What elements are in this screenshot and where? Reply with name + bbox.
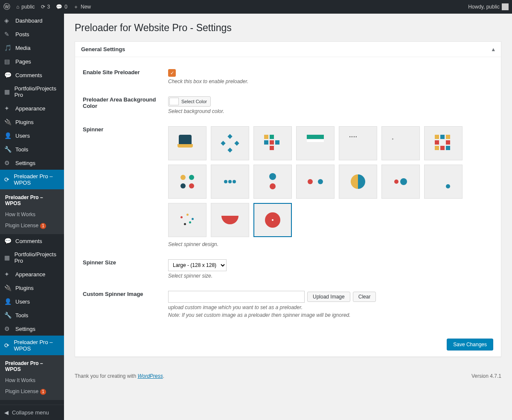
menu-settings-2[interactable]: ⚙Settings <box>0 322 64 336</box>
site-name[interactable]: ⌂ public <box>16 4 35 10</box>
custom-image-input[interactable] <box>168 291 305 303</box>
new-content[interactable]: ＋ New <box>73 3 91 11</box>
menu-portfolio-2[interactable]: ▦Portfolio/Projects Pro <box>0 248 64 267</box>
users-icon: 👤 <box>4 132 12 139</box>
settings-panel: General Settings ▴ Enable Site Preloader… <box>75 41 501 357</box>
menu-pages[interactable]: ▤Pages <box>0 55 64 68</box>
custom-desc2: Note: If you set custom image as a prelo… <box>168 312 493 318</box>
panel-toggle-icon[interactable]: ▴ <box>492 46 495 52</box>
submenu-how[interactable]: How It Works <box>0 209 64 220</box>
howdy[interactable]: Howdy, public <box>468 3 509 10</box>
custom-label: Custom Spinner Image <box>83 291 168 297</box>
comments-icon: 💬 <box>4 72 12 78</box>
spinner-option-17[interactable] <box>253 203 292 237</box>
menu-users[interactable]: 👤Users <box>0 129 64 142</box>
menu-comments[interactable]: 💬Comments <box>0 68 64 82</box>
submenu-license[interactable]: Plugin License1 <box>0 220 64 232</box>
spinner-option-8[interactable] <box>168 165 207 199</box>
settings-icon: ⚙ <box>4 159 12 166</box>
spinner-option-13[interactable] <box>381 165 420 199</box>
menu-portfolio[interactable]: ▦Portfolio/Projects Pro <box>0 82 64 101</box>
menu-appearance-2[interactable]: ✦Appearance <box>0 267 64 281</box>
panel-head[interactable]: General Settings ▴ <box>75 42 501 57</box>
spinner-option-10[interactable] <box>253 165 292 199</box>
spinner-grid: ▪▪▪▪ ▸ <box>168 126 467 237</box>
admin-sidebar: ◈Dashboard ✎Posts 🎵Media ▤Pages 💬Comment… <box>0 14 64 420</box>
menu-appearance[interactable]: ✦Appearance <box>0 101 64 115</box>
menu-preloader[interactable]: ⟳Preloader Pro – WPOS <box>0 170 64 189</box>
menu-media[interactable]: 🎵Media <box>0 41 64 55</box>
submenu-how-2[interactable]: How It Works <box>0 375 64 386</box>
spinner-size-select[interactable]: Large - (128 x 128) <box>168 259 227 271</box>
spinner-size-label: Spinner Size <box>83 259 168 266</box>
wordpress-link[interactable]: WordPress <box>137 373 163 379</box>
wp-logo[interactable]: ⓦ <box>3 3 10 12</box>
color-swatch <box>169 98 179 105</box>
collapse-menu[interactable]: ◀Collapse menu <box>0 405 64 420</box>
spinner-option-11[interactable] <box>296 165 335 199</box>
plugins-icon: 🔌 <box>4 119 12 125</box>
menu-preloader-2[interactable]: ⟳Preloader Pro – WPOS <box>0 336 64 355</box>
submenu-license-2[interactable]: Plugin License1 <box>0 386 64 397</box>
spinner-option-6[interactable]: ▸ <box>381 126 420 160</box>
submenu-main-2[interactable]: Preloader Pro – WPOS <box>0 358 64 375</box>
select-color-button[interactable]: Select Color <box>168 96 211 107</box>
spinner-option-15[interactable] <box>168 203 207 237</box>
menu-tools-2[interactable]: 🔧Tools <box>0 308 64 322</box>
submenu-main[interactable]: Preloader Pro – WPOS <box>0 192 64 209</box>
menu-settings[interactable]: ⚙Settings <box>0 156 64 170</box>
save-changes-button[interactable]: Save Changes <box>447 339 493 350</box>
row-spinner-size: Spinner Size Large - (128 x 128) Select … <box>83 253 493 285</box>
avatar-icon <box>502 3 509 10</box>
admin-bar: ⓦ ⌂ public ⟳ 3 💬 0 ＋ New Howdy, public <box>0 0 512 14</box>
refresh[interactable]: ⟳ 3 <box>41 4 50 10</box>
main-content: Preloader for Website Pro - Settings Gen… <box>64 14 512 420</box>
admin-footer: Thank you for creating with WordPress. V… <box>75 365 501 387</box>
portfolio-icon: ▦ <box>4 254 11 261</box>
media-icon: 🎵 <box>4 44 12 51</box>
menu-plugins-2[interactable]: 🔌Plugins <box>0 281 64 295</box>
license-badge: 1 <box>40 223 46 229</box>
enable-label: Enable Site Preloader <box>83 69 168 75</box>
panel-title: General Settings <box>81 46 125 52</box>
pin-icon: ✎ <box>4 31 12 38</box>
spinner-size-desc: Select spinner size. <box>168 273 493 279</box>
spinner-option-9[interactable] <box>211 165 249 199</box>
menu-plugins[interactable]: 🔌Plugins <box>0 115 64 129</box>
spinner-option-7[interactable] <box>424 126 463 160</box>
preloader-icon: ⟳ <box>4 342 10 349</box>
collapse-icon: ◀ <box>4 409 9 416</box>
custom-desc1: upload custom image which you want to se… <box>168 304 493 310</box>
enable-checkbox[interactable]: ✓ <box>168 69 176 77</box>
bgcolor-desc: Select background color. <box>168 108 493 114</box>
spinner-option-12[interactable] <box>339 165 377 199</box>
spinner-option-3[interactable] <box>253 126 292 160</box>
upload-image-button[interactable]: Upload Image <box>307 292 350 302</box>
pages-icon: ▤ <box>4 58 12 65</box>
spinner-option-4[interactable] <box>296 126 335 160</box>
comments-bubble[interactable]: 💬 0 <box>56 4 67 10</box>
menu-dashboard[interactable]: ◈Dashboard <box>0 14 64 27</box>
preloader-submenu-2: Preloader Pro – WPOS How It Works Plugin… <box>0 355 64 400</box>
menu-users-2[interactable]: 👤Users <box>0 295 64 308</box>
spinner-desc: Select spinner design. <box>168 241 493 247</box>
portfolio-icon: ▦ <box>4 88 11 95</box>
footer-thanks: Thank you for creating with WordPress. <box>75 373 164 379</box>
menu-tools[interactable]: 🔧Tools <box>0 142 64 156</box>
spinner-option-1[interactable] <box>168 126 207 160</box>
settings-icon: ⚙ <box>4 325 12 332</box>
clear-button[interactable]: Clear <box>353 292 376 302</box>
appearance-icon: ✦ <box>4 105 12 112</box>
menu-comments-2[interactable]: 💬Comments <box>0 234 64 248</box>
menu-posts[interactable]: ✎Posts <box>0 27 64 41</box>
spinner-option-14[interactable] <box>424 165 463 199</box>
bgcolor-label: Preloader Area Background Color <box>83 96 168 109</box>
comments-icon: 💬 <box>4 238 12 244</box>
spinner-option-16[interactable] <box>211 203 249 237</box>
row-bgcolor: Preloader Area Background Color Select C… <box>83 90 493 120</box>
spinner-label: Spinner <box>83 126 168 133</box>
appearance-icon: ✦ <box>4 271 12 278</box>
preloader-submenu: Preloader Pro – WPOS How It Works Plugin… <box>0 189 64 234</box>
spinner-option-5[interactable]: ▪▪▪▪ <box>339 126 377 160</box>
spinner-option-2[interactable] <box>211 126 249 160</box>
